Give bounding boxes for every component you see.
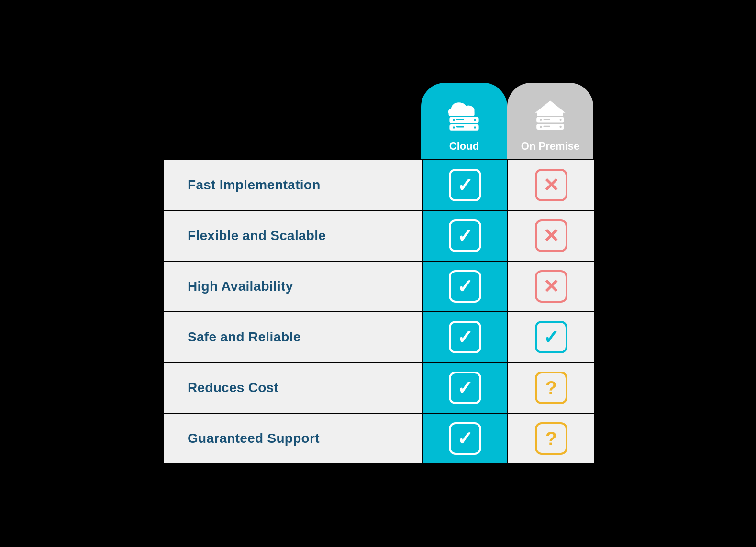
svg-point-15: [540, 119, 542, 121]
cloud-status-cell: ✓: [422, 414, 508, 463]
data-rows: Fast Implementation ✓ ✕ Flexible and Sca…: [163, 159, 593, 464]
question-icon: ?: [535, 372, 567, 404]
feature-cell: High Availability: [164, 262, 422, 311]
feature-label: Fast Implementation: [188, 177, 321, 193]
check-icon: ✓: [449, 169, 481, 201]
svg-point-7: [474, 119, 476, 121]
check-icon: ✓: [449, 372, 481, 404]
svg-point-17: [559, 119, 562, 121]
onpremise-column-header: On Premise: [507, 83, 593, 159]
comparison-table: Cloud On P: [163, 83, 593, 464]
svg-rect-20: [544, 126, 550, 127]
svg-point-19: [540, 126, 542, 128]
check-icon: ✓: [449, 219, 481, 252]
table-row: Safe and Reliable ✓ ✓: [164, 311, 592, 362]
column-headers: Cloud On P: [163, 83, 593, 159]
onpremise-status-cell: ✕: [508, 160, 594, 210]
feature-cell: Fast Implementation: [164, 160, 422, 210]
house-server-icon: [529, 97, 572, 135]
svg-rect-6: [456, 119, 464, 120]
cloud-status-cell: ✓: [422, 363, 508, 413]
svg-rect-16: [544, 119, 550, 120]
cloud-label: Cloud: [449, 140, 479, 153]
feature-cell: Flexible and Scalable: [164, 211, 422, 261]
check-icon: ✓: [449, 321, 481, 353]
table-row: Flexible and Scalable ✓ ✕: [164, 210, 592, 261]
feature-label: Reduces Cost: [188, 380, 278, 395]
svg-point-21: [559, 126, 562, 128]
question-icon: ?: [535, 422, 567, 455]
feature-label: Safe and Reliable: [188, 329, 301, 345]
svg-rect-13: [537, 112, 563, 116]
onpremise-label: On Premise: [521, 140, 579, 153]
cloud-status-cell: ✓: [422, 211, 508, 261]
table-row: Guaranteed Support ✓ ?: [164, 413, 592, 463]
check-cyan-icon: ✓: [535, 321, 567, 353]
feature-cell: Reduces Cost: [164, 363, 422, 413]
onpremise-status-cell: ✓: [508, 312, 594, 362]
svg-rect-3: [449, 110, 475, 116]
check-icon: ✓: [449, 422, 481, 455]
cloud-status-cell: ✓: [422, 262, 508, 311]
cloud-status-cell: ✓: [422, 312, 508, 362]
x-icon: ✕: [535, 169, 567, 201]
cloud-status-cell: ✓: [422, 160, 508, 210]
cloud-column-header: Cloud: [421, 83, 507, 159]
cloud-server-icon: [443, 97, 486, 135]
check-icon: ✓: [449, 270, 481, 303]
x-icon: ✕: [535, 270, 567, 303]
feature-label: Flexible and Scalable: [188, 228, 326, 243]
onpremise-status-cell: ?: [508, 414, 594, 463]
svg-rect-10: [456, 126, 464, 128]
x-icon: ✕: [535, 219, 567, 252]
onpremise-status-cell: ✕: [508, 211, 594, 261]
onpremise-status-cell: ✕: [508, 262, 594, 311]
svg-point-11: [474, 126, 476, 129]
onpremise-status-cell: ?: [508, 363, 594, 413]
table-row: Reduces Cost ✓ ?: [164, 362, 592, 413]
page-wrapper: Cloud On P: [153, 73, 603, 474]
feature-cell: Guaranteed Support: [164, 414, 422, 463]
table-row: High Availability ✓ ✕: [164, 261, 592, 311]
feature-label: High Availability: [188, 279, 293, 294]
svg-marker-12: [535, 101, 566, 113]
table-row: Fast Implementation ✓ ✕: [164, 159, 592, 210]
svg-point-9: [453, 126, 455, 129]
svg-point-5: [453, 119, 455, 121]
feature-label: Guaranteed Support: [188, 431, 320, 446]
feature-cell: Safe and Reliable: [164, 312, 422, 362]
